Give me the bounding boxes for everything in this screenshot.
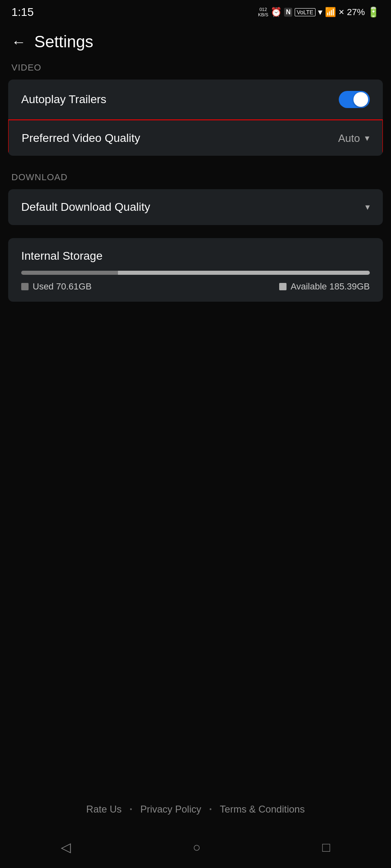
- download-quality-dropdown[interactable]: ▾: [365, 202, 370, 212]
- nav-recents-button[interactable]: □: [322, 840, 330, 855]
- legend-box-used: [21, 283, 29, 290]
- preferred-video-quality-label: Preferred Video Quality: [22, 132, 140, 145]
- storage-label: Internal Storage: [21, 250, 370, 263]
- page-title: Settings: [34, 33, 93, 51]
- storage-bar-used: [21, 271, 118, 275]
- terms-conditions-link[interactable]: Terms & Conditions: [220, 804, 305, 815]
- storage-used-label: Used 70.61GB: [33, 281, 91, 292]
- default-download-quality-label: Default Download Quality: [21, 201, 150, 214]
- status-icons: 012 KB/S ⏰ N VoLTE ▾ 📶 ✕ 27% 🔋: [258, 7, 380, 18]
- preferred-video-quality-row[interactable]: Preferred Video Quality Auto ▾: [8, 119, 383, 156]
- status-time: 1:15: [11, 6, 34, 19]
- storage-row: Internal Storage Used 70.61GB Available …: [8, 238, 383, 302]
- storage-card: Internal Storage Used 70.61GB Available …: [8, 238, 383, 302]
- legend-box-available: [279, 283, 287, 290]
- download-settings-card: Default Download Quality ▾: [8, 189, 383, 225]
- autoplay-trailers-label: Autoplay Trailers: [21, 93, 107, 106]
- storage-available-label: Available 185.39GB: [291, 281, 370, 292]
- no-signal-icon: ✕: [338, 8, 344, 17]
- video-quality-value: Auto: [338, 132, 360, 145]
- toggle-knob: [353, 92, 368, 107]
- video-section-label: VIDEO: [0, 62, 391, 80]
- wifi-icon: ▾: [318, 7, 322, 18]
- footer-dot-1: •: [130, 806, 132, 813]
- battery-icon: 🔋: [367, 7, 380, 18]
- download-section-label: DOWNLOAD: [0, 172, 391, 189]
- storage-bar: [21, 271, 370, 275]
- volte-icon: VoLTE: [295, 8, 315, 16]
- nav-home-button[interactable]: ○: [193, 840, 200, 855]
- storage-legend: Used 70.61GB Available 185.39GB: [21, 281, 370, 292]
- alarm-icon: ⏰: [271, 7, 282, 18]
- privacy-policy-link[interactable]: Privacy Policy: [140, 804, 201, 815]
- video-quality-dropdown[interactable]: Auto ▾: [338, 132, 370, 145]
- storage-bar-available: [118, 271, 370, 275]
- chevron-down-icon: ▾: [365, 133, 369, 144]
- default-download-quality-row[interactable]: Default Download Quality ▾: [8, 189, 383, 225]
- rate-us-link[interactable]: Rate Us: [86, 804, 122, 815]
- chevron-down-icon: ▾: [365, 202, 370, 212]
- footer-dot-2: •: [209, 806, 212, 813]
- battery-percent: 27%: [347, 7, 365, 18]
- page-header: ← Settings: [0, 23, 391, 62]
- autoplay-trailers-row[interactable]: Autoplay Trailers: [8, 80, 383, 120]
- back-button[interactable]: ←: [11, 33, 26, 51]
- video-settings-card: Autoplay Trailers Preferred Video Qualit…: [8, 80, 383, 156]
- data-speed-icon: 012 KB/S: [258, 7, 268, 18]
- nav-bar: ◁ ○ □: [0, 831, 391, 868]
- storage-used-legend: Used 70.61GB: [21, 281, 91, 292]
- autoplay-trailers-toggle[interactable]: [339, 91, 370, 108]
- footer: Rate Us • Privacy Policy • Terms & Condi…: [0, 791, 391, 831]
- signal-icon: 📶: [325, 7, 336, 18]
- status-bar: 1:15 012 KB/S ⏰ N VoLTE ▾ 📶 ✕ 27% 🔋: [0, 0, 391, 23]
- nfc-icon: N: [284, 8, 292, 17]
- storage-available-legend: Available 185.39GB: [279, 281, 370, 292]
- nav-back-button[interactable]: ◁: [61, 839, 71, 855]
